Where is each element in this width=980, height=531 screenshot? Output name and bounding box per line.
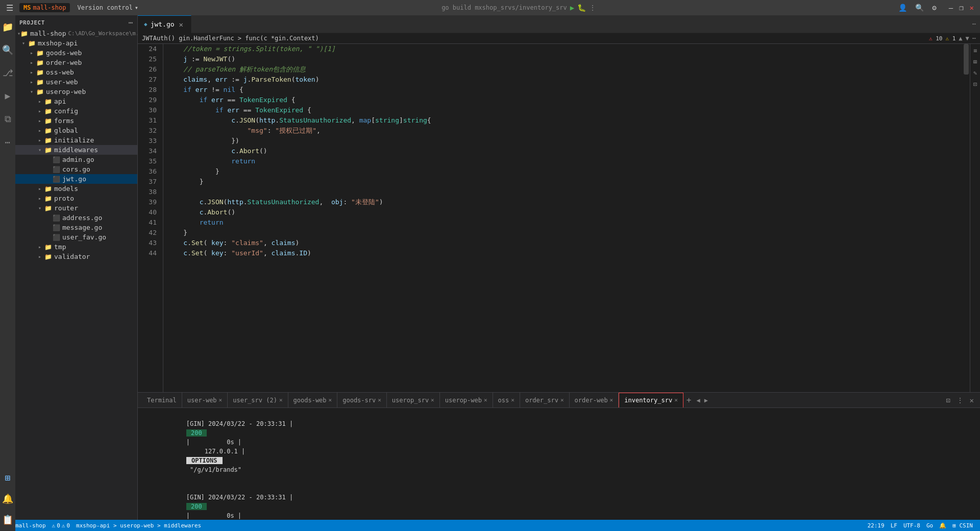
terminal-log-line-1: [GIN] 2024/03/22 - 20:33:31 | 200 | 0s |…	[142, 410, 976, 484]
tree-item-forms[interactable]: ▸ 📁 forms	[15, 116, 137, 126]
activity-explorer-icon[interactable]: 📁	[0, 19, 15, 34]
close-button[interactable]: ✕	[968, 3, 976, 13]
activity-bottom-icon[interactable]: 📋	[0, 512, 15, 527]
panel-split-icon[interactable]: ⊡	[944, 395, 952, 405]
status-path[interactable]: mxshop-api > userop-web > middlewares	[73, 522, 204, 529]
status-encoding[interactable]: UTF-8	[900, 522, 923, 529]
status-errors[interactable]: ⚠ 0 ⚠ 0	[49, 522, 74, 529]
tab-close-inventory-srv[interactable]: ✕	[674, 397, 678, 403]
tree-item-address-go[interactable]: ▸ ⬛ address.go	[15, 213, 137, 223]
terminal-tab-userop-srv[interactable]: userop_srv ✕	[387, 393, 440, 408]
terminal-tab-order-web[interactable]: order-web ✕	[570, 393, 619, 408]
status-notifications[interactable]: 🔔	[936, 522, 949, 529]
hamburger-menu-icon[interactable]: ☰	[4, 2, 15, 14]
panel-close-icon[interactable]: ✕	[968, 395, 976, 405]
code-line-31: c.JSON(http.StatusUnauthorized, map[stri…	[167, 115, 959, 126]
terminal-tab-goods-web[interactable]: goods-web ✕	[288, 393, 338, 408]
right-panel-icon-4[interactable]: ⊡	[972, 80, 978, 89]
tree-item-proto[interactable]: ▸ 📁 proto	[15, 194, 137, 203]
terminal-tab-userop-web[interactable]: userop-web ✕	[440, 393, 493, 408]
tree-item-oss-web[interactable]: ▸ 📁 oss-web	[15, 67, 137, 77]
activity-search-icon[interactable]: 🔍	[0, 42, 15, 57]
tab-close-goods-web[interactable]: ✕	[329, 397, 332, 403]
tab-close-icon[interactable]: ✕	[178, 20, 185, 29]
tree-item-admin-go[interactable]: ▸ ⬛ admin.go	[15, 155, 137, 164]
activity-debug-icon[interactable]: ▶	[3, 88, 13, 103]
tab-close-oss[interactable]: ✕	[511, 397, 514, 403]
tab-close-order-web[interactable]: ✕	[610, 397, 614, 403]
run-button[interactable]: ▶	[570, 4, 574, 12]
tree-item-goods-web[interactable]: ▸ 📁 goods-web	[15, 48, 137, 58]
terminal-tab-inventory-srv[interactable]: inventory_srv ✕	[619, 393, 683, 408]
activity-git-icon[interactable]: ⎇	[1, 65, 15, 80]
debug-button[interactable]: 🐛	[577, 4, 586, 12]
right-panel-icon-1[interactable]: ≡	[972, 46, 978, 55]
tree-item-jwt-go[interactable]: ▸ ⬛ jwt.go	[15, 174, 137, 184]
tree-item-userop-web[interactable]: ▾ 📁 userop-web	[15, 87, 137, 96]
tab-overflow-icon[interactable]: ⋯	[972, 20, 976, 28]
tab-close-userop-web[interactable]: ✕	[484, 397, 487, 403]
version-control-menu[interactable]: Version control ▾	[74, 3, 141, 12]
editor-scrollbar[interactable]	[963, 44, 970, 392]
search-icon[interactable]: 🔍	[913, 3, 926, 13]
terminal-tab-oss[interactable]: oss ✕	[493, 393, 520, 408]
breadcrumb-down-icon[interactable]: ▼	[966, 35, 969, 42]
tree-item-middlewares[interactable]: ▾ 📁 middlewares	[15, 145, 137, 155]
tree-item-initialize[interactable]: ▸ 📁 initialize	[15, 135, 137, 145]
breadcrumb-more-icon[interactable]: ⋯	[972, 35, 976, 42]
tree-item-user-web[interactable]: ▸ 📁 user-web	[15, 77, 137, 87]
tree-item-message-go[interactable]: ▸ ⬛ message.go	[15, 223, 137, 232]
status-eol[interactable]: LF	[888, 522, 900, 529]
tree-item-cors-go[interactable]: ▸ ⬛ cors.go	[15, 164, 137, 174]
tab-close-order-srv[interactable]: ✕	[560, 397, 564, 403]
status-language[interactable]: Go	[923, 522, 936, 529]
title-bar-actions: 👤 🔍 ⚙️ — ❐ ✕	[896, 3, 976, 13]
tree-item-models[interactable]: ▸ 📁 models	[15, 184, 137, 194]
code-line-43: c.Set( key: "claims", claims)	[167, 238, 959, 248]
tree-item-global[interactable]: ▸ 📁 global	[15, 126, 137, 135]
add-terminal-tab-button[interactable]: +	[683, 395, 695, 405]
terminal-content[interactable]: [GIN] 2024/03/22 - 20:33:31 | 200 | 0s |…	[138, 408, 980, 520]
panel-more-icon[interactable]: ⋮	[954, 395, 966, 405]
right-panel-icon-3[interactable]: ✎	[972, 68, 978, 78]
tree-item-order-web[interactable]: ▸ 📁 order-web	[15, 58, 137, 67]
settings-icon[interactable]: ⚙️	[930, 3, 938, 13]
activity-notifications-icon[interactable]: 🔔	[0, 491, 15, 506]
tree-item-user-fav-go[interactable]: ▸ ⬛ user_fav.go	[15, 232, 137, 242]
tab-close-user-web[interactable]: ✕	[219, 397, 223, 403]
account-icon[interactable]: 👤	[896, 3, 909, 13]
activity-remote-icon[interactable]: ⊞	[3, 470, 13, 485]
minimize-button[interactable]: —	[947, 3, 955, 13]
activity-more-icon[interactable]: ⋯	[3, 135, 13, 150]
tree-item-tmp[interactable]: ▸ 📁 tmp	[15, 242, 137, 252]
project-label[interactable]: MS mall-shop	[19, 3, 70, 12]
tab-close-userop-srv[interactable]: ✕	[431, 397, 434, 403]
terminal-tab-user-srv[interactable]: user_srv (2) ✕	[228, 393, 288, 408]
terminal-scroll-left[interactable]: ◀	[694, 396, 702, 405]
tree-item-router[interactable]: ▾ 📁 router	[15, 203, 137, 213]
breadcrumb-up-icon[interactable]: ▲	[959, 35, 962, 42]
more-run-options[interactable]: ⋮	[589, 4, 596, 12]
code-content[interactable]: //token = strings.Split(token, " ")[1] j…	[163, 44, 963, 392]
maximize-button[interactable]: ❐	[957, 3, 965, 13]
terminal-tab-user-web[interactable]: user-web ✕	[182, 393, 228, 408]
terminal-scroll-right[interactable]: ▶	[702, 396, 710, 405]
terminal-tab-terminal[interactable]: Terminal	[142, 393, 182, 408]
status-line-col[interactable]: 22:19	[865, 522, 888, 529]
tree-item-config[interactable]: ▸ 📁 config	[15, 106, 137, 116]
code-line-27: claims, err := j.ParseToken(token)	[167, 75, 959, 85]
activity-extensions-icon[interactable]: ⧉	[3, 111, 13, 127]
right-panel-icon-2[interactable]: ⊞	[972, 57, 978, 66]
terminal-tab-order-srv[interactable]: order_srv ✕	[520, 393, 570, 408]
tab-jwt-go[interactable]: ◆ jwt.go ✕	[138, 15, 191, 33]
tree-item-mall-shop[interactable]: ▾ 📁 mall-shop C:\AD\Go_Workspace\m...	[15, 29, 137, 38]
sidebar-more-icon[interactable]: ⋯	[129, 18, 133, 27]
tree-item-validator[interactable]: ▸ 📁 validator	[15, 252, 137, 261]
tree-item-api[interactable]: ▸ 📁 api	[15, 96, 137, 106]
status-remote[interactable]: ⊞ CSIN	[949, 522, 976, 529]
tab-close-goods-srv[interactable]: ✕	[378, 397, 381, 403]
tree-item-mxshop-api[interactable]: ▾ 📁 mxshop-api	[15, 38, 137, 48]
tab-close-user-srv[interactable]: ✕	[279, 397, 283, 403]
terminal-tab-goods-srv[interactable]: goods-srv ✕	[337, 393, 387, 408]
code-line-40: c.Abort()	[167, 207, 959, 218]
